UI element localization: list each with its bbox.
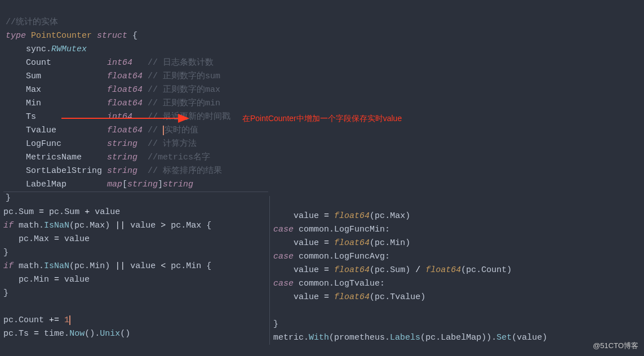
field-sortlabel: SortLabelString <box>26 166 102 176</box>
editor-gutter <box>0 0 2 356</box>
field-logfunc: LogFunc <box>26 139 61 149</box>
watermark-text: @51CTO博客 <box>593 339 638 353</box>
struct-definition-block: //统计的实体 type PointCounter struct { sync.… <box>6 2 496 205</box>
field-sum: Sum <box>26 72 41 81</box>
code-editor[interactable]: //统计的实体 type PointCounter struct { sync.… <box>0 0 644 356</box>
field-min: Min <box>26 99 41 108</box>
right-code-block: value = float64(pc.Max) case common.LogF… <box>269 196 619 345</box>
comment-struct-header: //统计的实体 <box>6 17 58 27</box>
rwmutex: RWMutex <box>51 44 87 54</box>
annotation-text: 在PointCounter中增加一个字段保存实时value <box>242 112 402 125</box>
field-labelmap: LabelMap <box>26 180 66 189</box>
type-pointcounter: PointCounter <box>31 31 92 41</box>
field-metrics: MetricsName <box>26 153 82 162</box>
field-tvalue: Tvalue <box>26 126 56 135</box>
kw-struct: struct <box>97 31 127 41</box>
left-code-block: pc.Sum = pc.Sum + value if math.IsNaN(pc… <box>3 192 268 356</box>
kw-type: type <box>6 31 26 41</box>
embed-sync: sync <box>26 44 46 54</box>
field-ts: Ts <box>26 112 36 122</box>
field-count: Count <box>26 58 51 68</box>
field-max: Max <box>26 85 41 95</box>
